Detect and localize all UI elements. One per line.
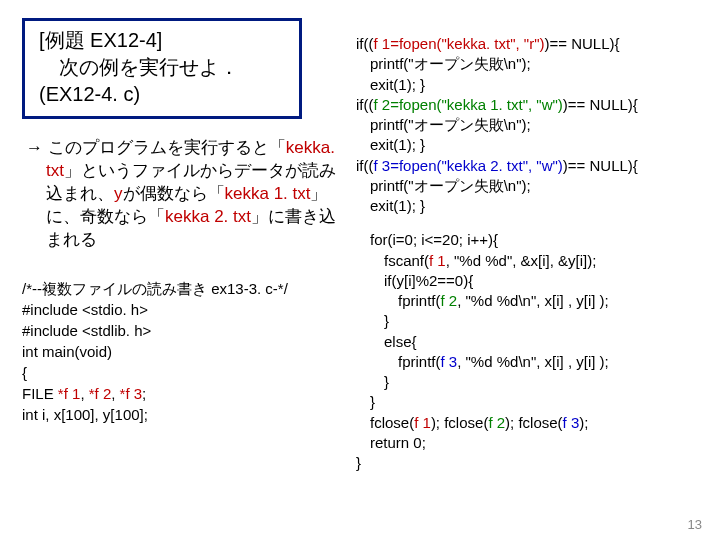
code-text: ); fclose( (505, 414, 563, 431)
description: → このプログラムを実行すると「kekka. txt」というファイルからデータが… (42, 137, 340, 252)
code-line: if(y[i]%2==0){ (356, 271, 700, 291)
desc-y: y (114, 184, 123, 203)
code-text: fprintf( (398, 292, 441, 309)
code-var: *f 1 (58, 385, 81, 402)
code-line: exit(1); } (356, 135, 700, 155)
code-line: printf("オープン失敗\n"); (356, 115, 700, 135)
code-text: ); fclose( (431, 414, 489, 431)
code-fopen: f 3=fopen("kekka 2. txt", "w") (374, 157, 563, 174)
code-var: *f 3 (120, 385, 143, 402)
code-var: f 1 (414, 414, 431, 431)
code-line: if((f 2=fopen("kekka 1. txt", "w"))== NU… (356, 95, 700, 115)
desc-kekka2: kekka 2. txt (165, 207, 251, 226)
code-text: FILE (22, 385, 58, 402)
code-line: } (356, 392, 700, 412)
code-right-block: if((f 1=fopen("kekka. txt", "r"))== NULL… (350, 0, 710, 540)
code-line: exit(1); } (356, 196, 700, 216)
code-text: if(( (356, 96, 374, 113)
desc-kekka1: kekka 1. txt (225, 184, 311, 203)
code-text: if(( (356, 157, 374, 174)
code-line: printf("オープン失敗\n"); (356, 54, 700, 74)
code-line: #include <stdio. h> (22, 299, 340, 320)
code-line: fclose(f 1); fclose(f 2); fclose(f 3); (356, 413, 700, 433)
code-line: if((f 1=fopen("kekka. txt", "r"))== NULL… (356, 34, 700, 54)
code-line: fscanf(f 1, "%d %d", &x[i], &y[i]); (356, 251, 700, 271)
desc-text: が偶数なら「 (123, 184, 225, 203)
code-line: return 0; (356, 433, 700, 453)
code-text: if(( (356, 35, 374, 52)
code-line: #include <stdlib. h> (22, 320, 340, 341)
code-text: , (111, 385, 119, 402)
code-text: ; (142, 385, 146, 402)
code-line: } (356, 453, 700, 473)
title-line-1: [例題 EX12-4] (39, 27, 285, 54)
code-text: fclose( (370, 414, 414, 431)
code-var: f 1 (429, 252, 446, 269)
code-text: fprintf( (398, 353, 441, 370)
code-line: if((f 3=fopen("kekka 2. txt", "w"))== NU… (356, 156, 700, 176)
code-var: f 3 (563, 414, 580, 431)
code-text: fscanf( (384, 252, 429, 269)
code-text: )== NULL){ (563, 157, 638, 174)
code-line: int i, x[100], y[100]; (22, 404, 340, 425)
code-line: /*--複数ファイルの読み書き ex13-3. c-*/ (22, 278, 340, 299)
page-number: 13 (688, 517, 702, 532)
code-text: )== NULL){ (544, 35, 619, 52)
code-var: f 2 (441, 292, 458, 309)
code-line: FILE *f 1, *f 2, *f 3; (22, 383, 340, 404)
code-text: , (80, 385, 88, 402)
code-var: f 3 (441, 353, 458, 370)
code-text: ); (579, 414, 588, 431)
slide: [例題 EX12-4] 次の例を実行せよ． (EX12-4. c) → このプロ… (0, 0, 720, 540)
desc-text: このプログラムを実行すると「 (48, 138, 286, 157)
code-var: *f 2 (89, 385, 112, 402)
code-line: else{ (356, 332, 700, 352)
code-line: fprintf(f 3, "%d %d\n", x[i] , y[i] ); (356, 352, 700, 372)
code-line: exit(1); } (356, 75, 700, 95)
title-box: [例題 EX12-4] 次の例を実行せよ． (EX12-4. c) (22, 18, 302, 119)
code-line: for(i=0; i<=20; i++){ (356, 230, 700, 250)
code-left-block: /*--複数ファイルの読み書き ex13-3. c-*/ #include <s… (22, 278, 340, 425)
title-line-3: (EX12-4. c) (39, 81, 285, 108)
title-line-2: 次の例を実行せよ． (39, 54, 285, 81)
code-text: , "%d %d", &x[i], &y[i]); (446, 252, 597, 269)
code-line: int main(void) (22, 341, 340, 362)
code-line: fprintf(f 2, "%d %d\n", x[i] , y[i] ); (356, 291, 700, 311)
code-text: , "%d %d\n", x[i] , y[i] ); (457, 292, 609, 309)
code-line: } (356, 311, 700, 331)
code-line: } (356, 372, 700, 392)
code-text: )== NULL){ (563, 96, 638, 113)
code-fopen: f 2=fopen("kekka 1. txt", "w") (374, 96, 563, 113)
blank-line (356, 216, 700, 230)
arrow-icon: → (26, 138, 48, 157)
code-var: f 2 (488, 414, 505, 431)
left-column: [例題 EX12-4] 次の例を実行せよ． (EX12-4. c) → このプロ… (0, 0, 350, 540)
code-fopen: f 1=fopen("kekka. txt", "r") (374, 35, 545, 52)
code-line: printf("オープン失敗\n"); (356, 176, 700, 196)
code-line: { (22, 362, 340, 383)
code-text: , "%d %d\n", x[i] , y[i] ); (457, 353, 609, 370)
